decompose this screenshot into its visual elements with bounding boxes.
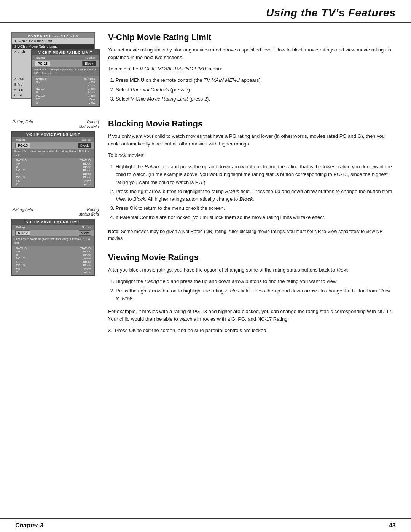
table-row: XBlock [16, 165, 91, 169]
left-column-lower: Rating field Rating status field V-CHIP … [11, 116, 99, 338]
screen2-labels: Rating field Rating status field [11, 120, 99, 129]
viewing-step-2: Press the right arrow button to highligh… [116, 287, 396, 302]
table-row: GView [16, 182, 91, 186]
table-row: NC-17Block [16, 169, 91, 172]
blocking-step-4: If Parental Controls are not locked, you… [116, 214, 396, 221]
blocking-steps: Highlight the Rating field and press the… [116, 163, 396, 223]
blocking-note: Note: Some movies may be given a Not Rat… [108, 228, 396, 242]
section-title-viewing: Viewing Movie Ratings [108, 252, 396, 262]
right-column-lower: Blocking Movie Ratings If you only want … [108, 116, 396, 338]
vchip-step-2: Select Parental Controls (press 5). [116, 86, 396, 94]
viewing-closing1: For example, if movies with a rating of … [108, 308, 396, 323]
vchip-step-1: Press MENU on the remote control (the TV… [116, 77, 396, 84]
page-title: Using the TV's Features [266, 7, 396, 19]
table-row: PGView [16, 179, 91, 182]
page-header: Using the TV's Features [0, 0, 411, 23]
blocking-step-2: Press the right arrow button to highligh… [116, 188, 396, 203]
table-row: PG-13Block [36, 94, 95, 97]
table-row: PG-13Block [16, 264, 91, 267]
screen2-table: RATINGSTATUS NRBlock XBlock NC-17Block R… [12, 158, 94, 187]
lower-content: Rating field Rating status field V-CHIP … [0, 116, 411, 369]
vchip-title-1: V-CHIP MOVIE RATING LIMIT [32, 50, 99, 55]
screen1-pc-outer: PARENTAL CONTROLS 1 V-Chip TV Rating Lim… [11, 32, 95, 99]
right-column-top: V-Chip Movie Rating Limit You set movie … [108, 32, 396, 108]
screen2-label-right: Rating status field [79, 120, 99, 129]
screen3-title: V-CHIP MOVIE RATING LIMIT [12, 219, 94, 225]
vchip-header-1: Rating Status [32, 55, 99, 60]
table-row: GView [36, 101, 95, 104]
pc-item-2: 2 V-Chip Movie Rating Limit [12, 44, 94, 49]
screen3-selected: NC-17 View [12, 230, 94, 236]
screen3-group: Rating field Rating status field V-CHIP … [11, 207, 99, 276]
section-title-vchip: V-Chip Movie Rating Limit [108, 32, 396, 42]
blocking-step-1: Highlight the Rating field and press the… [116, 163, 396, 186]
table-row: NRBlock [36, 80, 95, 84]
viewing-intro: After you block movie ratings, you have … [108, 266, 396, 274]
screen2-title: V-CHIP MOVIE RATING LIMIT [12, 132, 94, 137]
table-row: XBlock [36, 84, 95, 87]
table-row: NRBlock [16, 162, 91, 165]
footer-chapter: Chapter 3 [15, 522, 43, 529]
screen2-vchip: V-CHIP MOVIE RATING LIMIT Rating Status … [11, 131, 95, 189]
table-row: PGView [36, 97, 95, 101]
table-row: XBlock [16, 253, 91, 257]
screen2-desc: Press ^/v to view programs with this rat… [12, 149, 94, 158]
left-column-top: PARENTAL CONTROLS 1 V-Chip TV Rating Lim… [11, 32, 99, 108]
vchip-steps: Press MENU on the remote control (the TV… [116, 77, 396, 104]
vchip-step-3: Select V-Chip Movie Rating Limit (press … [116, 95, 396, 103]
screen3-vchip: V-CHIP MOVIE RATING LIMIT Rating Status … [11, 219, 95, 276]
vchip-table-1: RATINGSTATUS NRBlock XBlock NC-17Block R… [32, 76, 99, 106]
table-row: RBlock [16, 172, 91, 176]
pc-menu: 1 V-Chip TV Rating Limit 2 V-Chip Movie … [12, 38, 94, 98]
footer-page-number: 43 [389, 522, 396, 529]
table-row: PG-13Block [16, 176, 91, 179]
vchip-table-header-1: RATINGSTATUS [36, 77, 95, 80]
table-row: NC-17View [16, 257, 91, 260]
vchip-access: To access the V-CHIP MOVIE RATING LIMIT … [108, 65, 396, 73]
blocking-intro: If you only want your child to watch mov… [108, 133, 396, 148]
table-row: GView [16, 270, 91, 274]
viewing-step-1: Highlight the Rating field and press the… [116, 278, 396, 285]
vchip-intro: You set movie rating limits by blocking … [108, 46, 396, 61]
section-title-blocking: Blocking Movie Ratings [108, 119, 396, 129]
screen3-label-right: Rating status field [79, 207, 99, 216]
screen3-table: RATINGSTATUS NRBlock XBlock NC-17View RB… [12, 246, 94, 275]
viewing-closing2: 3. Press OK to exit the screen, and be s… [108, 327, 396, 334]
vchip-menu-label: V-CHIP MOVIE RATING LIMIT [140, 66, 207, 72]
table-row: NC-17Block [36, 87, 95, 91]
screen3-desc: Press ^/v to block programs with this ra… [12, 236, 94, 246]
screen2-group: Rating field Rating status field V-CHIP … [11, 120, 99, 189]
blocking-step-3: Press OK to return to the menu or exit t… [116, 204, 396, 212]
pc-item-3: 3 V-Ch V-CHIP MOVIE RATING LIMIT Rating … [12, 49, 94, 54]
pc-title: PARENTAL CONTROLS [12, 33, 94, 38]
pc-item-1: 1 V-Chip TV Rating Limit [12, 38, 94, 44]
screen3-labels: Rating field Rating status field [11, 207, 99, 216]
screen3-header: Rating Status [12, 225, 94, 230]
screen2-selected: PG-13 Block [12, 142, 94, 149]
screen2-header: Rating Status [12, 137, 94, 142]
screen1-group: PARENTAL CONTROLS 1 V-Chip TV Rating Lim… [11, 32, 99, 99]
table-row: RBlock [36, 91, 95, 94]
vchip-overlay-1: V-CHIP MOVIE RATING LIMIT Rating Status … [31, 49, 100, 107]
table-row: NRBlock [16, 250, 91, 253]
page-footer: Chapter 3 43 [0, 518, 411, 532]
blocking-to-block: To block movies: [108, 152, 396, 159]
vchip-selected-1: PG-13 Block [32, 60, 99, 67]
table-row: PGView [16, 267, 91, 270]
table-row: RBlock [16, 260, 91, 264]
vchip-desc-1: Press ^/v to view programs with this rat… [32, 67, 99, 76]
viewing-steps: Highlight the Rating field and press the… [116, 278, 396, 304]
top-section: PARENTAL CONTROLS 1 V-Chip TV Rating Lim… [0, 23, 411, 116]
screen2-label-left: Rating field [12, 120, 33, 129]
screen3-label-left: Rating field [12, 207, 33, 216]
